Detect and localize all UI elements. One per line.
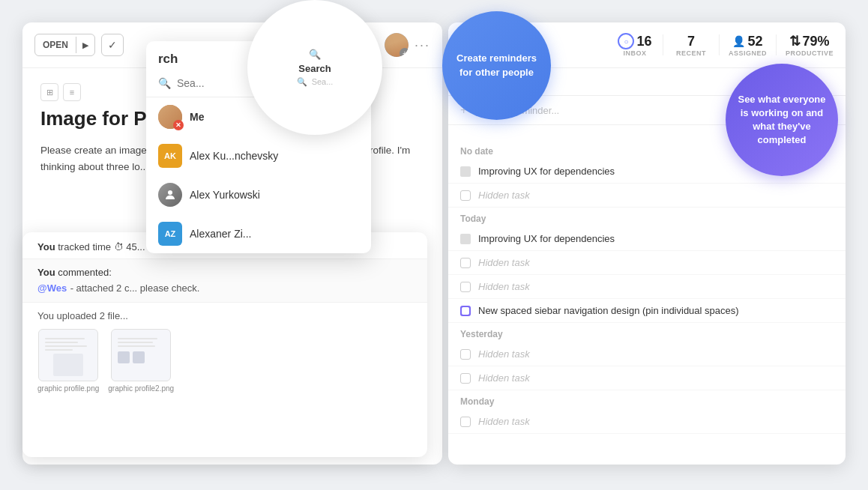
magnifier-circle: 🔍 Search 🔍 Sea... [247, 0, 382, 135]
result-name-me: Me [190, 111, 204, 123]
search-result-az[interactable]: AZ Alexaner Zi... [146, 214, 371, 253]
open-label: OPEN [35, 37, 76, 53]
result-name-ay: Alex Yurkowski [190, 189, 260, 201]
task-text: New spaced siebar navigation design (pin… [478, 305, 739, 316]
divider-3 [776, 34, 777, 55]
search-result-ay[interactable]: Alex Yurkowski [146, 175, 371, 214]
comment-body: @Wes - attached 2 c... please check. [37, 281, 412, 294]
hidden-task-text: Hidden task [478, 348, 530, 360]
tooltip-blue: Create reminders for other people [442, 11, 551, 120]
search-result-ak[interactable]: AK Alex Ku...nchevsky [146, 136, 371, 175]
search-icon: 🔍 [158, 77, 171, 89]
mention-link[interactable]: @Wes [37, 282, 67, 294]
activity-panel: You tracked time ⏱ 45... You commented: … [22, 232, 427, 457]
assigned-label: ASSIGNED [729, 49, 767, 57]
task-row: Hidden task [448, 366, 846, 390]
ak-avatar: AK [158, 144, 182, 168]
hidden-task-text: Hidden task [478, 257, 530, 268]
upload-title: You uploaded 2 file... [37, 310, 412, 321]
inbox-num: 16 [636, 34, 651, 49]
task-checkbox[interactable] [460, 258, 471, 268]
svg-rect-1 [462, 307, 469, 315]
task-row: Hidden task [448, 342, 846, 366]
inbox-icon: ○ [618, 33, 634, 49]
section-monday: Monday [448, 390, 846, 410]
task-icon-1: ⊞ [40, 83, 58, 101]
divider-1 [663, 34, 663, 55]
task-checkbox[interactable] [460, 190, 471, 201]
az-avatar: AZ [158, 222, 182, 246]
task-row: Improving UX for dependencies [448, 227, 846, 251]
file-name-1: graphic profile.png [37, 384, 99, 393]
task-icon-2: ≡ [63, 83, 81, 101]
open-arrow-icon: ▶ [76, 37, 94, 53]
ay-avatar [158, 183, 182, 207]
up-arrow-icon: ⇅ [789, 33, 801, 49]
remove-icon: ✕ [173, 120, 184, 130]
you-label: You [37, 241, 55, 252]
task-row: Hidden task [448, 251, 846, 275]
comment-rest-text: - attached 2 c... please check. [70, 282, 200, 294]
thumb-image-2 [111, 329, 171, 381]
assigned-num: 52 [747, 34, 762, 49]
add-badge-icon: + [400, 48, 409, 57]
svg-point-0 [168, 190, 172, 195]
hidden-task-text: Hidden task [478, 281, 530, 292]
tracked-text: tracked time [58, 241, 113, 252]
upload-text: You uploaded 2 file... [37, 310, 128, 321]
open-button[interactable]: OPEN ▶ [34, 34, 95, 56]
task-dot-icon [460, 234, 471, 244]
task-text: Improving UX for dependencies [478, 166, 615, 177]
stat-inbox: ○ 16 INBOX [616, 33, 654, 57]
task-checkbox[interactable] [460, 373, 471, 384]
avatar: + [385, 33, 409, 57]
task-row: Hidden task [448, 275, 846, 299]
task-text: Improving UX for dependencies [478, 233, 615, 244]
hidden-task-text: Hidden task [478, 416, 530, 427]
productive-label: PRODUCTIVE [786, 49, 834, 57]
task-row: New spaced siebar navigation design (pin… [448, 299, 846, 323]
task-checkbox[interactable] [460, 417, 471, 427]
stat-productive: ⇅ 79% PRODUCTIVE [786, 33, 834, 57]
result-name-ak: Alex Ku...nchevsky [190, 150, 278, 162]
hidden-task-text: Hidden task [478, 190, 530, 201]
thumb-image-1 [38, 329, 98, 381]
commented-text: commented: [58, 267, 112, 278]
check-button[interactable]: ✓ [101, 34, 124, 56]
task-checkbox[interactable] [460, 282, 471, 292]
task-checkbox[interactable] [460, 349, 471, 360]
hidden-task-text: Hidden task [478, 372, 530, 384]
file-thumbs: graphic profile.png [37, 329, 412, 393]
time-value: 45... [126, 241, 145, 252]
recent-num: 7 [687, 34, 695, 49]
tooltip-blue-text: Create reminders for other people [442, 44, 551, 86]
you-comment-label: You [37, 267, 55, 278]
task-purple-icon [460, 306, 471, 316]
file-name-2: graphic profile2.png [108, 384, 174, 393]
task-row: Hidden task [448, 184, 846, 208]
stat-recent: 7 RECENT [672, 34, 710, 57]
divider-2 [719, 34, 720, 55]
productive-num: ⇅ 79% [789, 33, 829, 49]
task-dot-icon [460, 166, 471, 177]
me-avatar: ✕ [158, 105, 182, 129]
file-thumb-1: graphic profile.png [37, 329, 99, 393]
section-yesterday: Yesterday [448, 323, 846, 342]
clock-icon: ⏱ [114, 241, 124, 252]
file-thumb-2: graphic profile2.png [108, 329, 174, 393]
tooltip-purple-text: See what everyone is working on and what… [726, 84, 838, 157]
more-options-button[interactable]: ··· [415, 37, 430, 53]
scene: OPEN ▶ ✓ + ··· ⊞ ≡ Image for Pr... Pleas… [0, 0, 868, 490]
comment-title: You commented: [37, 267, 412, 278]
inbox-label: INBOX [623, 49, 646, 57]
section-today: Today [448, 208, 846, 227]
stat-assigned: 👤 52 ASSIGNED [729, 34, 767, 57]
comment-section: You commented: @Wes - attached 2 c... pl… [22, 258, 427, 303]
result-name-az: Alexaner Zi... [190, 228, 251, 240]
tooltip-purple: See what everyone is working on and what… [726, 64, 838, 176]
recent-label: RECENT [676, 49, 706, 57]
upload-section: You uploaded 2 file... graphic profile.p… [22, 303, 427, 400]
task-row: Hidden task [448, 410, 846, 434]
